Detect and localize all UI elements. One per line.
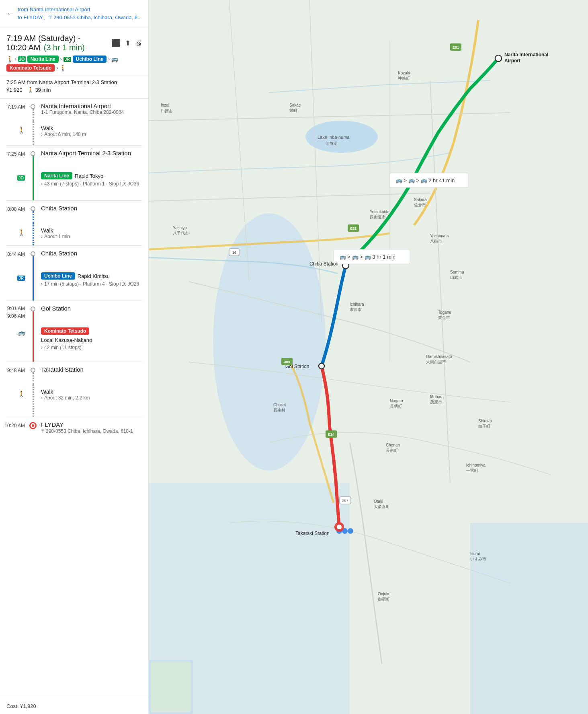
chevron4: › <box>41 281 43 287</box>
jr-blue-icon: JR <box>17 276 25 281</box>
svg-text:🚌 > 🚌 > 🚌 3 hr 1 min: 🚌 > 🚌 > 🚌 3 hr 1 min <box>340 253 395 260</box>
svg-text:Sakae: Sakae <box>289 103 301 107</box>
step-chiba1: 8:08 AM Chiba Station <box>0 201 148 223</box>
svg-text:いすみ市: いすみ市 <box>470 557 486 561</box>
line-chiba2 <box>33 256 34 268</box>
local-kazusa: Local Kazusa-Nakano <box>41 337 92 343</box>
svg-text:Onjuku: Onjuku <box>378 592 391 596</box>
walk-time: 🚶 39 min <box>27 87 51 93</box>
dot-terminal <box>31 151 35 156</box>
chevron3: › <box>41 234 43 239</box>
svg-text:印西市: 印西市 <box>161 109 173 113</box>
airport-sub: 1-1 Furugome, Narita, Chiba 282-0004 <box>41 109 142 115</box>
steps-container: 7:19 AM Narita International Airport 1-1… <box>0 99 148 698</box>
svg-text:Chosei: Chosei <box>273 403 286 407</box>
svg-text:E51: E51 <box>453 45 459 49</box>
rapid-kimitsu: Rapid Kimitsu <box>78 273 110 279</box>
uchibo-pill: Uchibo Line <box>41 272 75 280</box>
step-walk3: 🚶 Walk › About 32 min, 2.2 km <box>0 385 148 417</box>
svg-text:長南町: 長南町 <box>386 448 398 453</box>
share-icon[interactable]: ⬆ <box>125 39 131 47</box>
route-pills: 🚶 › JO Narita Line › JR Uchibo Line › 🚌 … <box>6 56 142 72</box>
svg-text:四街道市: 四街道市 <box>370 215 386 219</box>
svg-text:東金市: 東金市 <box>438 315 450 320</box>
walk3-sub[interactable]: › About 32 min, 2.2 km <box>41 395 142 401</box>
chevron5: › <box>41 345 43 350</box>
dot-flyday <box>29 422 37 429</box>
walk1-sub[interactable]: › About 6 min, 140 m <box>41 132 142 137</box>
svg-text:茂原市: 茂原市 <box>430 400 442 404</box>
walk2-sub[interactable]: › About 1 min <box>41 234 142 239</box>
line-goi <box>33 311 34 323</box>
svg-text:大網白里市: 大網白里市 <box>426 360 446 364</box>
goi-time2: 9:06 AM <box>3 313 25 320</box>
time-takataki: 9:48 AM <box>3 362 28 373</box>
svg-text:Ichihara: Ichihara <box>350 302 364 307</box>
jr-icon: JR <box>64 57 71 62</box>
from-label: from <box>18 6 30 12</box>
svg-text:Nagara: Nagara <box>390 399 403 403</box>
svg-text:Ichinomiya: Ichinomiya <box>466 463 486 467</box>
svg-text:🚌 > 🚌 > 🚌 2 hr 41 min: 🚌 > 🚌 > 🚌 2 hr 41 min <box>396 177 455 184</box>
pill-narita-line: Narita Line <box>27 56 59 63</box>
from-location: Narita International Airport <box>30 6 90 12</box>
bus-icon: 🚌 <box>111 56 118 62</box>
svg-text:山武市: 山武市 <box>450 275 462 280</box>
svg-text:大多喜町: 大多喜町 <box>374 504 390 509</box>
svg-text:Chonan: Chonan <box>386 443 400 447</box>
svg-text:栄町: 栄町 <box>289 108 297 113</box>
narita-sub[interactable]: › 43 min (7 stops) · Platform 1 · Stop I… <box>41 181 142 187</box>
svg-text:Yachiyo: Yachiyo <box>173 226 187 230</box>
flyday-sub: 〒290-0553 Chiba, Ichihara, Owada, 618-1 <box>41 428 142 435</box>
chevron2: › <box>41 181 43 187</box>
svg-text:Otaki: Otaki <box>374 499 383 504</box>
step-walk1: 🚶 Walk › About 6 min, 140 m <box>0 121 148 145</box>
pill-uchibo-line: Uchibo Line <box>73 56 107 63</box>
svg-text:神崎町: 神崎町 <box>398 76 410 80</box>
time-block: 7:19 AM (Saturday) - 10:20 AM (3 hr 1 mi… <box>0 28 148 76</box>
narita-line-pill: Narita Line <box>41 172 72 179</box>
svg-text:Shirako: Shirako <box>478 419 492 423</box>
walk2-label: Walk <box>41 227 142 234</box>
svg-text:八千代市: 八千代市 <box>173 231 189 235</box>
flyday-name: FLYDAY <box>41 421 142 428</box>
chiba2-name: Chiba Station <box>41 250 142 257</box>
walk-icon-step1: 🚶 <box>18 127 25 134</box>
dot-chiba1 <box>31 206 35 211</box>
svg-text:長柄町: 長柄町 <box>390 404 402 408</box>
dot-takataki <box>31 368 35 372</box>
transfer-icon[interactable]: ⬛ <box>111 39 120 47</box>
uchibo-sub[interactable]: › 17 min (5 stops) · Platform 4 · Stop I… <box>41 281 142 287</box>
line-kominato <box>33 323 34 362</box>
svg-text:E51: E51 <box>350 226 356 230</box>
step-chiba2: 8:44 AM Chiba Station <box>0 246 148 268</box>
svg-text:Takataki Station: Takataki Station <box>295 531 330 536</box>
svg-text:白子町: 白子町 <box>478 424 490 428</box>
line-narita <box>33 168 34 200</box>
narita-icon-badge: JO <box>18 56 26 62</box>
line-takataki <box>33 372 34 385</box>
step-narita-line: JO Narita Line Rapid Tokyo › 43 min (7 s… <box>0 168 148 200</box>
walk-icon-2: 🚶 <box>59 65 66 71</box>
svg-rect-83 <box>151 662 191 712</box>
svg-point-16 <box>319 363 324 369</box>
goi-name: Goi Station <box>41 305 142 312</box>
svg-text:Isumi: Isumi <box>470 551 480 556</box>
svg-text:御宿町: 御宿町 <box>378 597 390 601</box>
back-button[interactable]: ← <box>6 9 14 18</box>
airport-name: Narita International Airport <box>41 103 142 109</box>
chevron6: › <box>41 395 43 401</box>
time-goi: 9:01 AM 9:06 AM <box>3 301 28 320</box>
time-chiba2: 8:44 AM <box>3 246 28 257</box>
print-icon[interactable]: 🖨 <box>135 39 142 47</box>
svg-point-14 <box>495 55 502 62</box>
pill-kominato: Kominato Tetsudo <box>6 64 55 72</box>
kominato-sub[interactable]: › 42 min (11 stops) <box>41 345 142 350</box>
jo-icon: JO <box>17 175 25 181</box>
rapid-tokyo: Rapid Tokyo <box>75 173 103 179</box>
svg-text:佐倉市: 佐倉市 <box>414 203 426 207</box>
step-terminal: 7:25 AM Narita Airport Terminal 2·3 Stat… <box>0 146 148 168</box>
summary-line: 7:25 AM from Narita Airport Terminal 2·3… <box>0 76 148 99</box>
cost-label: Cost: ¥1,920 <box>6 703 36 709</box>
walk3-label: Walk <box>41 389 142 395</box>
